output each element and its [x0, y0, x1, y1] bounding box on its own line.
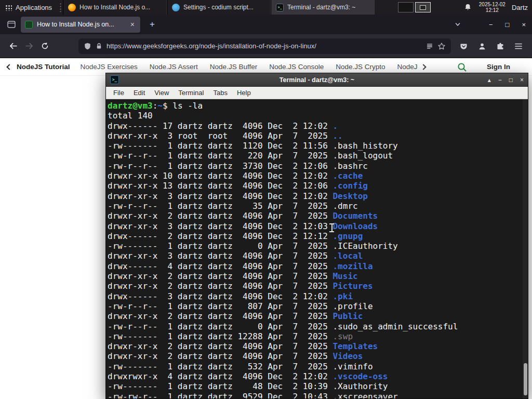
site-search-icon[interactable] [457, 62, 467, 72]
toolbar-right-icons [459, 42, 523, 50]
new-tab-button[interactable]: + [147, 19, 158, 30]
terminal-lines: dartz@vm3:~$ ls -latotal 140drwx------ 1… [108, 101, 528, 398]
sitenav-link-6[interactable]: NodeJS DNS [397, 63, 417, 71]
terminal-minimize-button[interactable]: − [498, 76, 502, 84]
tracking-shield-icon[interactable] [84, 42, 91, 50]
bookmark-star-icon[interactable] [437, 42, 446, 50]
applications-menu-button[interactable]: Applications [0, 0, 58, 15]
sitenav-links: NodeJS ExercisesNode.JS AssertNode.JS Bu… [81, 63, 417, 71]
task-title: Terminal - dartz@vm3: ~ [287, 4, 369, 11]
terminal-titlebar[interactable]: >_ Terminal - dartz@vm3: ~ ▴ − □ × [106, 73, 528, 87]
sign-in-button[interactable]: Sign In [487, 63, 510, 71]
url-bar[interactable]: https://www.geeksforgeeks.org/node-js/in… [78, 38, 451, 54]
ls-entry: -rw------- 1 dartz dartz 48 Dec 2 10:39 … [108, 381, 528, 391]
ls-entry: drwxr-xr-x 3 dartz dartz 4096 Apr 7 2025… [108, 251, 528, 261]
taskbar: How to Install Node.js o...Settings - co… [63, 0, 375, 15]
ls-entry: drwxr-xr-x 2 dartz dartz 4096 Apr 7 2025… [108, 211, 528, 221]
workspace-2[interactable] [415, 2, 431, 12]
tab-close-icon[interactable]: × [129, 20, 136, 29]
firefox-icon [68, 4, 76, 11]
nav-scroll-right-icon[interactable] [420, 64, 426, 70]
extensions-puzzle-icon[interactable] [496, 42, 504, 50]
taskbar-item-codium[interactable]: Settings - codium script... [167, 0, 271, 15]
ls-entry: drwxrwxr-x 4 dartz dartz 4096 Dec 2 12:0… [108, 371, 528, 381]
nav-scroll-left-icon[interactable] [6, 64, 12, 70]
clock-time: 12:12 [479, 7, 506, 13]
terminal-scrollbar-thumb[interactable] [524, 363, 527, 395]
site-favicon [25, 21, 33, 29]
ls-entry: -rw-r--r-- 1 dartz dartz 220 Apr 7 2025 … [108, 151, 528, 161]
workspace-1[interactable] [398, 2, 414, 12]
workspace-window-icon [420, 5, 426, 10]
clock-date: 2025-12-02 [479, 2, 506, 7]
ls-entry: drwxr-xr-x 3 dartz dartz 4096 Dec 2 12:0… [108, 191, 528, 201]
ls-entry: drwxr-xr-x 2 dartz dartz 4096 Apr 7 2025… [108, 351, 528, 361]
codium-icon [172, 4, 180, 11]
ls-entry: drwxr-xr-x 2 dartz dartz 4096 Apr 7 2025… [108, 341, 528, 351]
sitenav-link-5[interactable]: Node.JS Crypto [336, 63, 385, 71]
sitenav-link-2[interactable]: Node.JS Assert [150, 63, 198, 71]
top-panel: Applications How to Install Node.js o...… [0, 0, 532, 15]
terminal-rollup-button[interactable]: ▴ [488, 76, 491, 84]
terminal-window-controls: ▴ − □ × [488, 76, 524, 84]
applications-grid-icon [5, 4, 12, 11]
prompt-line: dartz@vm3:~$ ls -la [108, 101, 528, 111]
menu-terminal[interactable]: Terminal [174, 89, 208, 97]
url-text[interactable]: https://www.geeksforgeeks.org/node-js/in… [107, 42, 422, 50]
forward-button[interactable] [25, 42, 34, 50]
browser-tab[interactable]: How to Install Node.js on... × [21, 17, 140, 33]
browser-maximize-button[interactable]: □ [506, 21, 510, 29]
ls-entry: drwx------ 17 dartz dartz 4096 Dec 2 12:… [108, 121, 528, 131]
terminal-window-icon: >_ [110, 75, 119, 84]
ls-entry: -rw------- 1 dartz dartz 1120 Dec 2 11:5… [108, 141, 528, 151]
ls-entry: -rw-rw-r-- 1 dartz dartz 9529 Dec 2 10:4… [108, 392, 528, 398]
menu-tabs[interactable]: Tabs [208, 89, 232, 97]
navigation-toolbar: https://www.geeksforgeeks.org/node-js/in… [0, 34, 532, 58]
ls-entry: -rw------- 1 dartz dartz 0 Apr 7 2025 .I… [108, 241, 528, 251]
task-title: How to Install Node.js o... [79, 4, 162, 11]
sitenav-link-4[interactable]: Node.JS Console [269, 63, 324, 71]
ls-entry: drwxr-xr-x 2 dartz dartz 4096 Apr 7 2025… [108, 271, 528, 281]
terminal-icon: >_ [276, 4, 284, 11]
list-all-tabs-button[interactable] [455, 21, 461, 28]
menu-view[interactable]: View [150, 89, 174, 97]
browser-close-button[interactable]: × [522, 21, 526, 29]
terminal-scrollbar[interactable] [523, 99, 528, 398]
window-controls: − □ × [489, 21, 526, 29]
lock-icon[interactable] [96, 42, 102, 50]
task-title: Settings - codium script... [183, 4, 265, 11]
notification-bell-icon[interactable] [464, 3, 472, 11]
taskbar-item-terminal[interactable]: >_Terminal - dartz@vm3: ~ [271, 0, 375, 15]
ls-entry: drwx------ 3 dartz dartz 4096 Dec 2 12:0… [108, 291, 528, 301]
terminal-menubar: FileEditViewTerminalTabsHelp [106, 87, 528, 99]
pocket-icon[interactable] [459, 42, 468, 50]
menu-edit[interactable]: Edit [129, 89, 150, 97]
taskbar-item-firefox[interactable]: How to Install Node.js o... [63, 0, 167, 15]
menu-help[interactable]: Help [232, 89, 256, 97]
ls-entry: -rw------- 1 dartz dartz 532 Apr 7 2025 … [108, 362, 528, 371]
terminal-output[interactable]: dartz@vm3:~$ ls -latotal 140drwx------ 1… [106, 99, 528, 398]
menu-file[interactable]: File [109, 89, 129, 97]
clock[interactable]: 2025-12-02 12:12 [479, 2, 506, 13]
ls-entry: drwxr-xr-x 10 dartz dartz 4096 Dec 2 12:… [108, 171, 528, 181]
hamburger-menu-icon[interactable] [514, 43, 523, 50]
reader-mode-icon[interactable] [426, 43, 433, 50]
ls-entry: -rw-r--r-- 1 dartz dartz 35 Apr 7 2025 .… [108, 201, 528, 211]
ls-entry: -rw-r--r-- 1 dartz dartz 0 Apr 7 2025 .s… [108, 322, 528, 331]
reload-button[interactable] [41, 42, 49, 50]
ls-entry: drwxr-xr-x 2 dartz dartz 4096 Apr 7 2025… [108, 311, 528, 321]
terminal-close-button[interactable]: × [520, 76, 524, 84]
account-icon[interactable] [478, 42, 486, 50]
ls-entry: drwx------ 4 dartz dartz 4096 Apr 7 2025… [108, 261, 528, 271]
ls-entry: -rw-r--r-- 1 dartz dartz 807 Apr 7 2025 … [108, 301, 528, 311]
sitenav-link-1[interactable]: NodeJS Exercises [81, 63, 138, 71]
sitenav-link-3[interactable]: Node.JS Buffer [210, 63, 257, 71]
ls-entry: drwxr-xr-x 13 dartz dartz 4096 Dec 2 12:… [108, 181, 528, 191]
back-button[interactable] [9, 42, 18, 50]
firefox-view-button[interactable] [7, 21, 16, 28]
sitenav-active-link[interactable]: NodeJS Tutorial [17, 63, 70, 71]
terminal-maximize-button[interactable]: □ [509, 76, 513, 84]
terminal-window: >_ Terminal - dartz@vm3: ~ ▴ − □ × FileE… [105, 73, 528, 399]
browser-minimize-button[interactable]: − [489, 21, 493, 29]
tab-title: How to Install Node.js on... [37, 21, 125, 28]
